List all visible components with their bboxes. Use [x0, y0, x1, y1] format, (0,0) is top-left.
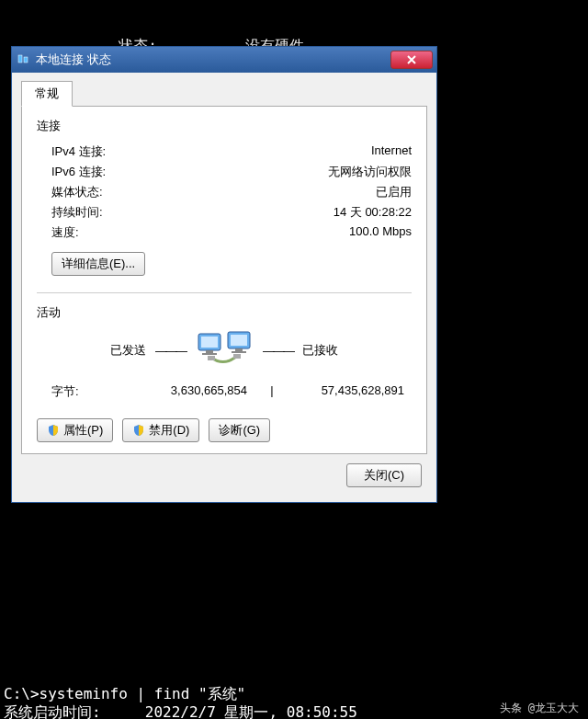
media-label: 媒体状态: — [51, 184, 103, 200]
activity-header-row: 已发送 ——— — [37, 328, 412, 372]
svg-rect-0 — [18, 55, 22, 63]
media-state-row: 媒体状态: 已启用 — [37, 182, 412, 202]
properties-button[interactable]: 属性(P) — [37, 418, 113, 442]
media-value: 已启用 — [376, 184, 412, 200]
connection-section-title: 连接 — [37, 118, 412, 134]
recv-bytes: 57,435,628,891 — [275, 383, 412, 400]
action-button-row: 属性(P) 禁用(D) 诊断(G) — [37, 418, 412, 442]
ipv6-value: 无网络访问权限 — [328, 164, 412, 180]
ipv6-row: IPv6 连接: 无网络访问权限 — [37, 162, 412, 182]
duration-row: 持续时间: 14 天 00:28:22 — [37, 202, 412, 223]
watermark: 头条 @龙玉大大 — [496, 700, 582, 717]
disable-button[interactable]: 禁用(D) — [122, 418, 199, 442]
ipv4-row: IPv4 连接: Internet — [37, 142, 412, 162]
svg-rect-3 — [201, 337, 218, 348]
diagnose-label: 诊断(G) — [219, 422, 260, 439]
tab-content: 连接 IPv4 连接: Internet IPv6 连接: 无网络访问权限 媒体… — [21, 107, 427, 454]
svg-rect-8 — [235, 348, 243, 351]
ipv4-value: Internet — [371, 143, 412, 160]
tab-strip: 常规 — [21, 80, 427, 107]
network-icon — [16, 52, 30, 67]
sent-label: 已发送 — [110, 342, 146, 359]
shield-icon — [47, 424, 60, 437]
svg-rect-11 — [233, 354, 241, 359]
close-icon[interactable] — [390, 51, 433, 69]
ipv6-label: IPv6 连接: — [51, 164, 106, 180]
details-button[interactable]: 详细信息(E)... — [51, 252, 145, 276]
bytes-label: 字节: — [51, 383, 118, 400]
svg-rect-5 — [202, 353, 217, 355]
diagnose-button[interactable]: 诊断(G) — [209, 418, 270, 442]
speed-label: 速度: — [51, 224, 79, 241]
recv-label: 已接收 — [302, 342, 338, 359]
computers-icon — [195, 328, 254, 372]
shield-icon — [132, 424, 145, 437]
svg-rect-7 — [231, 335, 247, 346]
dash-right: ——— — [263, 344, 293, 358]
activity-section-title: 活动 — [37, 304, 412, 321]
dash-left: ——— — [155, 344, 186, 358]
duration-label: 持续时间: — [51, 204, 103, 221]
duration-value: 14 天 00:28:22 — [334, 204, 412, 221]
speed-value: 100.0 Mbps — [349, 224, 412, 241]
dialog-body: 常规 连接 IPv4 连接: Internet IPv6 连接: 无网络访问权限… — [12, 73, 436, 502]
svg-rect-1 — [24, 57, 28, 63]
dialog-title: 本地连接 状态 — [36, 51, 390, 68]
svg-rect-10 — [208, 356, 215, 360]
close-button[interactable]: 关闭(C) — [346, 463, 422, 487]
ipv4-label: IPv4 连接: — [51, 143, 106, 160]
disable-label: 禁用(D) — [149, 422, 189, 439]
divider — [37, 292, 412, 293]
speed-row: 速度: 100.0 Mbps — [37, 223, 412, 243]
sent-bytes: 3,630,665,854 — [118, 383, 269, 400]
connection-status-dialog: 本地连接 状态 常规 连接 IPv4 连接: Internet IPv6 连接:… — [11, 46, 437, 503]
footer-row: 关闭(C) — [21, 454, 427, 493]
titlebar[interactable]: 本地连接 状态 — [12, 47, 436, 73]
terminal-line — [4, 667, 584, 685]
svg-rect-9 — [232, 351, 246, 353]
svg-rect-4 — [206, 350, 213, 353]
bytes-row: 字节: 3,630,665,854 | 57,435,628,891 — [37, 380, 412, 404]
properties-label: 属性(P) — [63, 422, 103, 439]
tab-general[interactable]: 常规 — [21, 81, 73, 107]
